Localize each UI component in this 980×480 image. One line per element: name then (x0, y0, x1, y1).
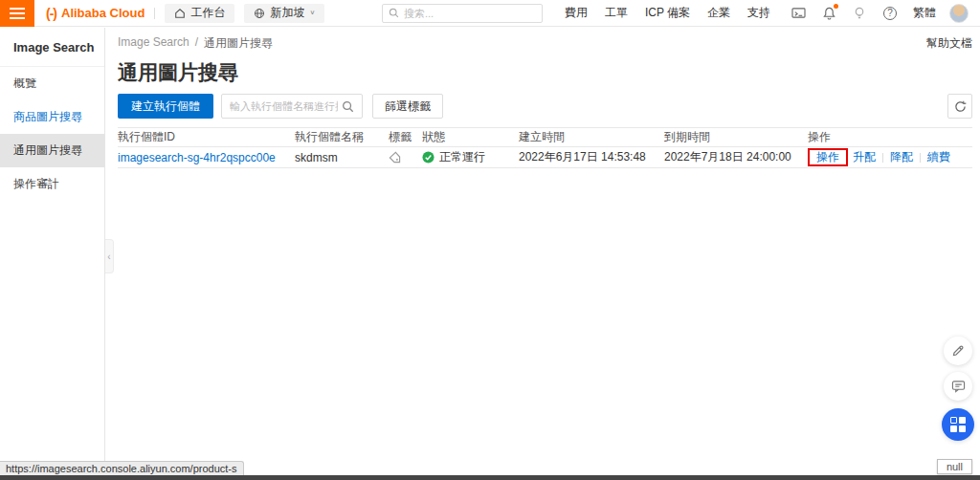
pencil-icon (951, 344, 965, 358)
sidebar-title: Image Search (0, 28, 104, 67)
action-operate-link[interactable]: 操作 (816, 149, 839, 165)
sidebar-item-product-image-search[interactable]: 商品圖片搜尋 (0, 100, 104, 134)
action-divider (920, 153, 921, 163)
status-ok-icon (422, 151, 434, 164)
help-doc-link[interactable]: 幫助文檔 (926, 35, 972, 52)
console-icon[interactable] (791, 6, 806, 21)
globe-icon (254, 8, 265, 19)
lightbulb-icon[interactable] (852, 6, 867, 21)
status-cell: 正常運行 (422, 149, 519, 165)
alibaba-logo-text: Alibaba Cloud (61, 6, 145, 20)
action-downgrade-link[interactable]: 降配 (890, 149, 913, 165)
nav-item-billing[interactable]: 費用 (565, 5, 588, 21)
col-actions: 操作 (808, 129, 972, 145)
nav-item-support[interactable]: 支持 (747, 5, 770, 21)
sidebar: Image Search 概覽 商品圖片搜尋 通用圖片搜尋 操作審計 (0, 28, 105, 475)
created-cell: 2022年6月17日 14:53:48 (519, 149, 664, 165)
table-row: imagesearch-sg-4hr2qspcc00e skdmsm 正常運行 … (118, 147, 972, 168)
avatar[interactable] (949, 4, 969, 23)
breadcrumb-separator: / (195, 35, 198, 52)
nav-item-icp[interactable]: ICP 備案 (645, 5, 690, 21)
header-nav: 費用 工單 ICP 備案 企業 支持 (556, 5, 779, 21)
apps-grid-fab[interactable] (942, 408, 974, 441)
refresh-button[interactable] (947, 94, 972, 119)
tag-icon[interactable] (389, 151, 422, 164)
region-selector[interactable]: 新加坡 ∨ (244, 4, 324, 23)
search-icon[interactable] (342, 100, 354, 113)
tag-cell (389, 151, 422, 164)
bell-icon[interactable] (821, 6, 836, 21)
hamburger-menu-icon[interactable] (0, 0, 34, 27)
actions-row: 建立執行個體 篩選標籤 (118, 94, 972, 119)
chevron-down-icon: ∨ (309, 10, 315, 16)
action-upgrade-link[interactable]: 升配 (853, 149, 876, 165)
top-header: (-) Alibaba Cloud 工作台 新加坡 ∨ 費用 工單 ICP 備案… (0, 0, 980, 27)
browser-status-url: https://imagesearch.console.aliyun.com/p… (0, 461, 244, 475)
sidebar-item-overview[interactable]: 概覽 (0, 67, 104, 100)
sidebar-item-operation-audit[interactable]: 操作審計 (0, 167, 104, 201)
language-switcher[interactable]: 繁體 (913, 5, 936, 21)
header-divider (154, 8, 155, 19)
col-expires: 到期時間 (664, 129, 808, 145)
bottom-edge-strip (0, 475, 980, 480)
table-header-row: 執行個體ID 執行個體名稱 標籤 狀態 建立時間 到期時間 操作 (118, 127, 972, 147)
sidebar-item-general-image-search[interactable]: 通用圖片搜尋 (0, 134, 104, 167)
search-icon (389, 8, 399, 18)
header-search-input[interactable] (404, 8, 536, 19)
feedback-edit-fab[interactable] (944, 337, 972, 365)
instances-table: 執行個體ID 執行個體名稱 標籤 狀態 建立時間 到期時間 操作 imagese… (118, 127, 972, 168)
breadcrumb-root[interactable]: Image Search (118, 35, 189, 52)
breadcrumb: Image Search / 通用圖片搜尋 (118, 35, 273, 52)
main-content: Image Search / 通用圖片搜尋 幫助文檔 通用圖片搜尋 建立執行個體… (106, 28, 980, 475)
col-created: 建立時間 (519, 129, 664, 145)
workbench-button[interactable]: 工作台 (165, 4, 234, 23)
instance-search-input[interactable] (230, 100, 338, 112)
topbar: Image Search / 通用圖片搜尋 幫助文檔 (118, 28, 972, 52)
null-overlay: null (937, 459, 972, 474)
expires-cell: 2022年7月18日 24:00:00 (664, 149, 808, 165)
instance-id-link[interactable]: imagesearch-sg-4hr2qspcc00e (118, 151, 276, 164)
header-icons: ? (783, 6, 905, 21)
help-icon[interactable]: ? (882, 6, 898, 21)
actions-cell: 操作 升配 降配 續費 (808, 148, 972, 166)
alibaba-logo-icon: (-) (46, 6, 56, 21)
nav-item-enterprise[interactable]: 企業 (707, 5, 730, 21)
chat-bubble-icon (951, 380, 966, 393)
instance-id-cell: imagesearch-sg-4hr2qspcc00e (118, 151, 295, 164)
header-search-box[interactable] (382, 4, 543, 23)
action-divider (882, 153, 883, 163)
highlight-red-box: 操作 (808, 148, 848, 166)
page-title: 通用圖片搜尋 (118, 60, 972, 85)
create-instance-button[interactable]: 建立執行個體 (118, 94, 213, 119)
notification-dot (834, 4, 838, 9)
col-status: 狀態 (422, 129, 519, 145)
chat-support-fab[interactable] (944, 372, 972, 401)
action-renew-link[interactable]: 續費 (927, 149, 950, 165)
alibaba-cloud-logo[interactable]: (-) Alibaba Cloud (46, 6, 145, 21)
nav-item-tickets[interactable]: 工單 (605, 5, 628, 21)
home-icon (174, 8, 186, 19)
workbench-label: 工作台 (190, 5, 225, 21)
col-instance-id: 執行個體ID (118, 129, 295, 145)
instance-search-box[interactable] (221, 94, 363, 119)
breadcrumb-current: 通用圖片搜尋 (204, 35, 273, 52)
refresh-icon (954, 100, 967, 113)
region-label: 新加坡 (270, 5, 304, 21)
instance-name-cell: skdmsm (295, 151, 389, 164)
sidebar-collapse-handle[interactable]: ‹ (105, 239, 114, 273)
filter-tags-button[interactable]: 篩選標籤 (372, 94, 443, 119)
col-instance-name: 執行個體名稱 (295, 129, 389, 145)
grid-icon (950, 417, 966, 432)
col-tags: 標籤 (389, 129, 422, 145)
status-text: 正常運行 (439, 149, 485, 165)
